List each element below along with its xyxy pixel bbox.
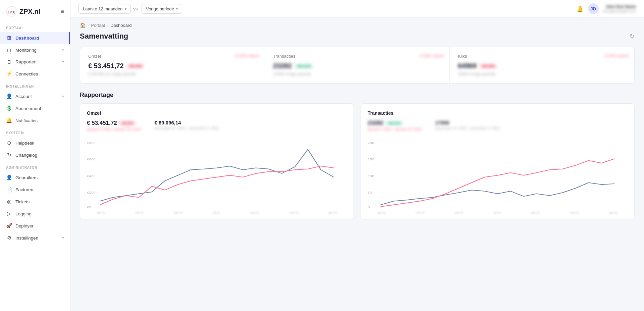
chart-area-omzet: €800 €600 €400 €200 €0	[87, 137, 347, 210]
period-filter-button[interactable]: Laatste 12 maanden ▾	[78, 4, 131, 14]
sidebar-item-label: Account	[15, 94, 32, 99]
user-email: john@example.com	[603, 9, 636, 13]
helpdesk-icon: ⊙	[6, 140, 12, 146]
sidebar-item-account[interactable]: 👤 Account ▾	[0, 90, 70, 102]
chevron-down-icon: ▾	[62, 48, 64, 52]
chevron-down-icon: ▾	[62, 236, 64, 240]
logo-text: ZPX.nl	[19, 8, 40, 15]
svg-text:€800: €800	[87, 141, 96, 145]
card-title: Transacties	[273, 54, 441, 59]
home-icon[interactable]: 🏠	[80, 22, 86, 28]
chart-stat-value-2: € 89.096,14	[154, 120, 219, 125]
sidebar-item-changelog[interactable]: ↻ Changelog	[0, 149, 70, 161]
card-title: Kliks	[458, 54, 626, 59]
chart-stat-secondary: 17958 december 27, 2021 - december 3, 20…	[435, 120, 500, 131]
compare-filter-button[interactable]: Vorige periode ▾	[142, 4, 182, 14]
chevron-down-icon: ▾	[125, 7, 126, 11]
sidebar-item-connecties[interactable]: ⚡ Connecties	[0, 68, 70, 80]
gebruikers-icon: 👤	[6, 174, 12, 180]
page-content: 🏠 › Portaal › Dashboard Samenvatting ↻ O…	[70, 18, 644, 311]
refresh-button[interactable]: ↻	[630, 33, 635, 40]
sidebar-item-label: Deployer	[15, 223, 34, 228]
svg-text:0: 0	[368, 205, 370, 209]
sidebar-item-deployer[interactable]: 🚀 Deployer	[0, 220, 70, 232]
abonnement-icon: 💲	[6, 105, 12, 111]
username: John Doe Name	[605, 4, 636, 9]
sidebar-item-helpdesk[interactable]: ⊙ Helpdesk	[0, 137, 70, 149]
rapport-link[interactable]: & 9462 rapport	[235, 54, 259, 58]
instellingen-icon: ⚙	[6, 235, 12, 241]
chart-title: Transacties	[368, 110, 628, 116]
topbar: Laatste 12 maanden ▾ vs. Vorige periode …	[70, 0, 644, 18]
topbar-right: 🔔 JD John Doe Name john@example.com	[577, 3, 636, 14]
section-label-portaal: PORTAAL	[0, 21, 70, 32]
svg-text:€200: €200	[87, 191, 96, 194]
sidebar-item-label: Helpdesk	[15, 141, 34, 146]
svg-text:200: 200	[368, 141, 374, 145]
chevron-down-icon: ▾	[176, 7, 178, 11]
sidebar-item-rapporten[interactable]: 🗒 Rapporten ▾	[0, 56, 70, 68]
rapportage-title: Rapportage	[70, 92, 644, 103]
sidebar-item-monitoring[interactable]: ◻ Monitoring ▾	[0, 44, 70, 56]
sidebar-item-dashboard[interactable]: ⊞ Dashboard	[0, 32, 70, 44]
sidebar-item-instellingen[interactable]: ⚙ Instellingen ▾	[0, 232, 70, 244]
bell-icon[interactable]: 🔔	[577, 6, 583, 12]
svg-text:€0: €0	[87, 205, 91, 209]
summary-grid: Omzet & 9462 rapport € 53.451,72 -46.24%…	[80, 47, 635, 84]
sidebar-item-tickets[interactable]: ◎ Tickets	[0, 196, 70, 208]
sidebar-item-label: Connecties	[15, 71, 38, 76]
sidebar-item-logging[interactable]: ▷ Logging	[0, 208, 70, 220]
status-badge: +66.41%	[385, 121, 403, 126]
dashboard-icon: ⊞	[6, 35, 12, 41]
card-value-row: 64969 -46.24%	[458, 62, 626, 70]
card-sub-value: 32944 vorige periode	[458, 72, 626, 76]
rapport-link[interactable]: & 9462 rapport	[604, 54, 629, 58]
sidebar-item-abonnement[interactable]: 💲 Abonnement	[0, 102, 70, 114]
hamburger-icon[interactable]: ≡	[60, 8, 64, 15]
notificaties-icon: 🔔	[6, 117, 12, 123]
sidebar-item-label: Rapporten	[15, 59, 37, 64]
card-sub-value: 17958 vorige periode	[273, 72, 441, 76]
logging-icon: ▷	[6, 211, 12, 217]
chart-card-omzet: Omzet € 53.451,72 -46.24% januari 9, 202…	[80, 103, 354, 219]
summary-card-omzet: Omzet & 9462 rapport € 53.451,72 -46.24%…	[80, 47, 265, 83]
card-main-value: 64969	[458, 62, 477, 70]
status-badge: -46.24%	[479, 63, 497, 69]
rapport-link[interactable]: & 9462 rapport	[420, 54, 444, 58]
chevron-down-icon: ▾	[62, 94, 64, 99]
chart-stat-date-2: december 27, 2021 - december 3, 2022	[154, 126, 219, 130]
charts-grid: Omzet € 53.451,72 -46.24% januari 9, 202…	[70, 103, 644, 229]
changelog-icon: ↻	[6, 152, 12, 158]
chart-header: 23282 +66.41% januari 9, 2021 - januari …	[368, 120, 628, 131]
sidebar-item-label: Instellingen	[15, 236, 38, 241]
svg-text:ZP: ZP	[7, 10, 12, 14]
chart-svg-transacties: 200 150 100 50 0	[368, 137, 628, 210]
section-label-administrator: ADMINISTRATOR	[0, 161, 70, 171]
chart-x-labels: jan 21 mrt 21 mei 21 jul 21 sep 21 nov 2…	[87, 211, 347, 214]
rapporten-icon: 🗒	[6, 59, 12, 65]
svg-text:150: 150	[368, 157, 374, 161]
card-title: Omzet	[88, 54, 257, 59]
connecties-icon: ⚡	[6, 71, 12, 77]
sidebar-item-gebruikers[interactable]: 👤 Gebruikers	[0, 171, 70, 184]
page-title-row: Samenvatting ↻	[70, 31, 644, 47]
period-filter-label: Laatste 12 maanden	[83, 6, 123, 11]
sidebar-item-label: Gebruikers	[15, 175, 38, 180]
chevron-down-icon: ▾	[62, 60, 64, 64]
summary-card-transacties: Transacties & 9462 rapport 23282 +66.41%…	[265, 47, 449, 83]
chart-svg-omzet: €800 €600 €400 €200 €0	[87, 137, 347, 210]
breadcrumb-portaal[interactable]: Portaal	[91, 23, 105, 28]
sidebar-item-notificaties[interactable]: 🔔 Notificaties	[0, 114, 70, 126]
card-value-row: 23282 +66.41%	[273, 62, 441, 70]
sidebar-item-facturen[interactable]: 📄 Facturen	[0, 184, 70, 196]
chart-header: € 53.451,72 -46.24% januari 9, 2021 - ja…	[87, 120, 347, 131]
sidebar-item-label: Facturen	[15, 187, 33, 192]
svg-text:100: 100	[368, 174, 374, 178]
chart-stat-secondary: € 89.096,14 december 27, 2021 - december…	[154, 120, 219, 131]
filter-area: Laatste 12 maanden ▾ vs. Vorige periode …	[78, 4, 182, 14]
tickets-icon: ◎	[6, 199, 12, 205]
chart-stat-primary: € 53.451,72 -46.24% januari 9, 2021 - ja…	[87, 120, 141, 131]
svg-text:€600: €600	[87, 157, 96, 161]
chart-stat-value-2: 17958	[435, 120, 500, 125]
breadcrumb-sep: ›	[107, 23, 108, 28]
